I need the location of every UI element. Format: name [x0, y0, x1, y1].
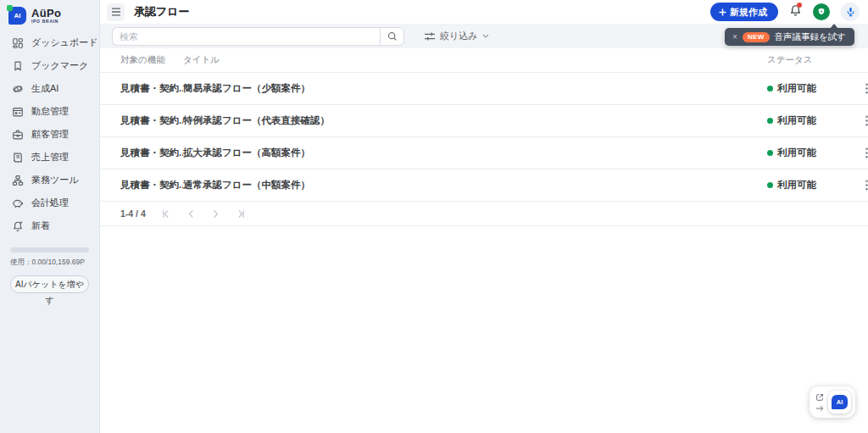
chevron-left-icon	[187, 209, 195, 219]
search-icon	[387, 31, 398, 42]
sidebar-item-whats-new[interactable]: 新着	[0, 214, 99, 237]
header: 承認フロー 新規作成	[100, 0, 868, 24]
customer-icon	[12, 129, 24, 141]
table-row[interactable]: 見積書・契約... 特例承認フロー（代表直接確認） 利用可能	[100, 105, 868, 137]
usage-label: 使用：0.00/10,159.69P	[10, 258, 89, 268]
status-dot	[767, 182, 773, 188]
app-window: AI AüPo IPO BRAIN ダッシュボード ブックマーク 生成AI	[0, 0, 868, 433]
external-link-icon	[815, 393, 824, 402]
ai-bubble-icon: AI	[832, 395, 848, 409]
generative-ai-icon	[12, 83, 24, 95]
next-page-button[interactable]	[209, 207, 223, 220]
cell-feature: 見積書・契約...	[120, 82, 183, 95]
ai-chat-button[interactable]: AI	[828, 391, 851, 414]
row-menu-button[interactable]	[859, 114, 868, 129]
cell-feature: 見積書・契約...	[120, 179, 183, 192]
last-page-button[interactable]	[234, 207, 248, 220]
row-menu-button[interactable]	[859, 81, 868, 97]
filter-button[interactable]: 絞り込み	[424, 30, 489, 42]
kebab-icon	[865, 147, 868, 158]
status-badge: 利用可能	[767, 82, 840, 95]
row-menu-button[interactable]	[859, 146, 868, 161]
sidebar-item-attendance[interactable]: 勤怠管理	[0, 100, 99, 123]
cell-title: 通常承認フロー（中額案件）	[183, 179, 767, 192]
sidebar-item-label: 勤怠管理	[31, 105, 69, 118]
notifications-button[interactable]	[789, 3, 802, 20]
search-input[interactable]	[112, 27, 380, 46]
notification-badge-dot	[797, 3, 802, 8]
kebab-icon	[865, 180, 868, 191]
menu-toggle-button[interactable]	[107, 3, 125, 21]
cell-feature: 見積書・契約...	[120, 147, 183, 159]
cell-title: 簡易承認フロー（少額案件）	[183, 82, 767, 95]
status-badge: 利用可能	[767, 147, 840, 159]
last-page-icon	[236, 209, 245, 219]
sidebar-item-label: 業務ツール	[31, 174, 79, 186]
hamburger-icon	[111, 8, 121, 16]
status-label: 利用可能	[777, 179, 816, 192]
sidebar-item-dashboard[interactable]: ダッシュボード	[0, 31, 99, 54]
create-new-button[interactable]: 新規作成	[710, 3, 778, 21]
prev-page-button[interactable]	[185, 207, 198, 220]
row-menu-button[interactable]	[859, 178, 868, 193]
sidebar-item-accounting[interactable]: 会計処理	[0, 192, 99, 214]
collapse-widget-button[interactable]	[815, 405, 824, 412]
logo-status-dot	[7, 5, 13, 11]
account-avatar[interactable]	[813, 3, 830, 20]
pagination-range: 1-4 / 4	[120, 208, 146, 219]
sidebar-item-sales[interactable]: 売上管理	[0, 146, 99, 169]
kebab-icon	[865, 115, 868, 126]
cell-feature: 見積書・契約...	[120, 114, 183, 127]
open-in-new-button[interactable]	[815, 393, 824, 402]
table-row[interactable]: 見積書・契約... 通常承認フロー（中額案件） 利用可能	[100, 169, 868, 202]
tooltip-close-button[interactable]: ×	[732, 32, 737, 42]
sidebar-item-label: 会計処理	[31, 197, 69, 209]
status-label: 利用可能	[777, 82, 816, 95]
sidebar: AI AüPo IPO BRAIN ダッシュボード ブックマーク 生成AI	[0, 0, 100, 433]
whats-new-icon	[12, 220, 24, 232]
sidebar-item-label: ダッシュボード	[31, 36, 98, 49]
chevron-down-icon	[482, 34, 489, 38]
shield-icon	[816, 7, 826, 17]
voice-input-button[interactable]	[841, 3, 860, 21]
sidebar-item-label: 顧客管理	[31, 128, 69, 141]
sidebar-item-generative-ai[interactable]: 生成AI	[0, 77, 99, 100]
app-name: AüPo	[31, 8, 61, 19]
filter-sliders-icon	[424, 31, 436, 42]
tooltip-text: 音声議事録を試す	[775, 31, 847, 43]
status-label: 利用可能	[777, 147, 816, 159]
status-badge: 利用可能	[767, 114, 840, 127]
sidebar-item-business-tools[interactable]: 業務ツール	[0, 169, 99, 192]
main-content: 承認フロー 新規作成	[100, 0, 868, 433]
status-dot	[767, 86, 773, 92]
pagination: 1-4 / 4	[100, 202, 868, 226]
usage-progress-bar	[10, 247, 89, 253]
sidebar-item-bookmark[interactable]: ブックマーク	[0, 54, 99, 77]
first-page-icon	[162, 209, 171, 219]
column-header-status: ステータス	[767, 54, 840, 66]
first-page-button[interactable]	[160, 207, 174, 220]
sidebar-item-label: 売上管理	[31, 151, 69, 164]
table-row[interactable]: 見積書・契約... 簡易承認フロー（少額案件） 利用可能	[100, 73, 868, 105]
app-logo[interactable]: AI AüPo IPO BRAIN	[0, 0, 99, 29]
status-label: 利用可能	[777, 114, 816, 127]
bookmark-icon	[12, 60, 24, 72]
page-title: 承認フロー	[134, 4, 190, 19]
status-badge: 利用可能	[767, 179, 840, 192]
table-row[interactable]: 見積書・契約... 拡大承認フロー（高額案件） 利用可能	[100, 137, 868, 169]
create-new-label: 新規作成	[730, 6, 767, 19]
ai-assistant-widget: AI	[810, 386, 855, 418]
pagination-controls	[160, 207, 248, 220]
search-button[interactable]	[380, 27, 404, 46]
ai-widget-mini-actions	[815, 393, 824, 412]
app-logo-icon: AI	[8, 7, 26, 25]
sidebar-item-customer[interactable]: 顧客管理	[0, 123, 99, 146]
arrow-right-icon	[815, 405, 824, 412]
increase-ai-packets-button[interactable]: AIパケットを増やす	[10, 275, 89, 293]
usage-panel: 使用：0.00/10,159.69P AIパケットを増やす	[0, 237, 99, 293]
table-header-row: 対象の機能 タイトル ステータス	[100, 48, 868, 73]
accounting-icon	[12, 197, 24, 209]
app-subtitle: IPO BRAIN	[31, 19, 61, 24]
chevron-right-icon	[212, 209, 220, 219]
voice-minutes-tooltip: × NEW 音声議事録を試す	[725, 28, 854, 46]
